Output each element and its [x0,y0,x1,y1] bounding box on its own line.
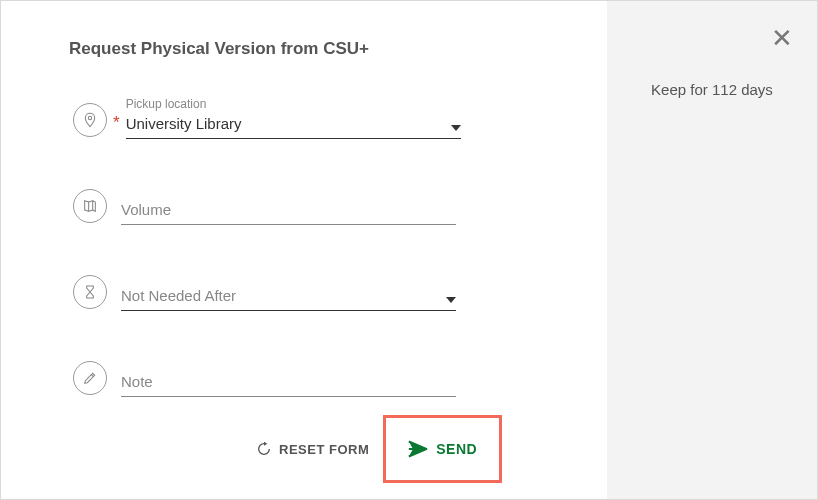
keep-duration-text: Keep for 112 days [607,81,817,98]
pencil-icon [73,361,107,395]
not-needed-after-select[interactable] [121,283,456,311]
pickup-location-select[interactable] [126,111,461,139]
volume-field [121,197,456,225]
not-needed-field [121,283,456,311]
svg-point-0 [88,116,91,119]
note-input[interactable] [121,369,456,397]
pickup-label: Pickup location [126,97,207,111]
field-row-pickup: * Pickup location [73,103,607,139]
action-bar: RESET FORM SEND [256,415,607,483]
dialog: Request Physical Version from CSU+ * Pic… [0,0,818,500]
hourglass-icon [73,275,107,309]
book-icon [73,189,107,223]
reset-form-button[interactable]: RESET FORM [256,441,369,457]
field-row-not-needed [73,275,607,311]
reset-label: RESET FORM [279,442,369,457]
refresh-icon [256,441,272,457]
field-row-volume [73,189,607,225]
send-button[interactable]: SEND [408,440,477,458]
pickup-location-field: Pickup location [126,111,461,139]
close-icon[interactable]: ✕ [771,25,793,51]
field-row-note [73,361,607,397]
note-field [121,369,456,397]
volume-input[interactable] [121,197,456,225]
page-title: Request Physical Version from CSU+ [69,39,607,59]
send-icon [408,440,428,458]
send-highlight-box: SEND [383,415,502,483]
required-asterisk: * [113,114,120,131]
chevron-down-icon [451,125,461,131]
chevron-down-icon [446,297,456,303]
form-panel: Request Physical Version from CSU+ * Pic… [1,1,607,499]
pin-icon [73,103,107,137]
side-panel: ✕ Keep for 112 days [607,1,817,499]
send-label: SEND [436,441,477,457]
